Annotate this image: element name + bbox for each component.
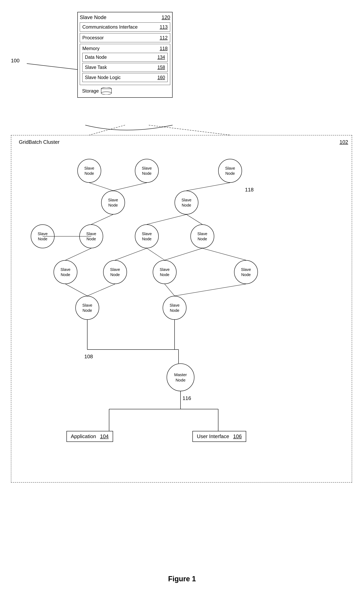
slave-node-logic-ref: 160 xyxy=(158,75,165,80)
slave-node-6: SlaveNode xyxy=(31,224,55,248)
data-node-row: Data Node 134 xyxy=(82,53,168,62)
data-node-label: Data Node xyxy=(85,55,107,60)
slave-node-8: SlaveNode xyxy=(135,224,159,248)
slave-node-15: SlaveNode xyxy=(163,296,186,320)
slave-node-4: SlaveNode xyxy=(101,191,125,214)
application-box: Application 104 xyxy=(66,431,113,442)
comm-interface-row: Communications Interface 113 xyxy=(80,22,170,32)
slave-node-detail-box: Slave Node 120 Communications Interface … xyxy=(77,12,172,98)
slave-node-13: SlaveNode xyxy=(234,260,258,284)
slave-node-logic-label: Slave Node Logic xyxy=(85,75,121,80)
svg-line-3 xyxy=(27,64,77,70)
processor-ref: 112 xyxy=(160,35,168,41)
cluster-label: GridBatch Cluster xyxy=(19,139,60,145)
slave-task-row: Slave Task 158 xyxy=(82,63,168,72)
slave-node-ref: 120 xyxy=(162,14,170,21)
memory-block: Memory 118 Data Node 134 Slave Task 158 … xyxy=(80,44,170,85)
slave-node-label: Slave Node xyxy=(80,14,106,21)
data-node-ref: 134 xyxy=(158,55,165,60)
slave-node-10: SlaveNode xyxy=(54,260,77,284)
storage-cylinder-icon xyxy=(100,87,112,94)
slave-nodes-ref: 118 xyxy=(245,187,254,193)
slave-node-title: Slave Node 120 xyxy=(80,14,170,21)
memory-ref: 118 xyxy=(160,46,168,51)
slave-node-7: SlaveNode xyxy=(79,224,103,248)
figure-label: Figure 1 xyxy=(142,575,222,583)
slave-node-2: SlaveNode xyxy=(135,159,159,183)
comm-interface-label: Communications Interface xyxy=(82,24,138,30)
user-interface-box: User Interface 106 xyxy=(192,431,246,442)
slave-task-label: Slave Task xyxy=(85,65,107,70)
slave-node-11: SlaveNode xyxy=(103,260,127,284)
svg-line-4 xyxy=(89,125,125,135)
bus-ref: 108 xyxy=(84,354,93,360)
application-label: Application xyxy=(71,433,96,439)
cluster-ref: 102 xyxy=(340,139,348,145)
svg-line-5 xyxy=(149,125,230,135)
memory-title: Memory 118 xyxy=(82,46,168,51)
processor-label: Processor xyxy=(82,35,104,41)
comm-interface-ref: 113 xyxy=(160,24,168,30)
user-interface-label: User Interface xyxy=(197,433,229,439)
slave-node-5: SlaveNode xyxy=(175,191,198,214)
application-ref: 104 xyxy=(100,433,109,439)
conn-ref: 116 xyxy=(183,395,191,401)
master-node: MasterNode xyxy=(167,363,194,391)
processor-row: Processor 112 xyxy=(80,33,170,42)
storage-label: Storage xyxy=(82,88,99,94)
slave-node-9: SlaveNode xyxy=(190,224,214,248)
svg-point-2 xyxy=(101,92,111,94)
storage-row: Storage xyxy=(80,87,170,95)
slave-node-3: SlaveNode xyxy=(218,159,242,183)
memory-label: Memory xyxy=(82,46,100,51)
slave-node-12: SlaveNode xyxy=(153,260,177,284)
slave-node-14: SlaveNode xyxy=(75,296,99,320)
slave-node-logic-row: Slave Node Logic 160 xyxy=(82,73,168,82)
slave-task-ref: 158 xyxy=(158,65,165,70)
slave-node-1: SlaveNode xyxy=(77,159,101,183)
user-interface-ref: 106 xyxy=(233,433,242,439)
ref-100-label: 100 xyxy=(11,58,20,64)
